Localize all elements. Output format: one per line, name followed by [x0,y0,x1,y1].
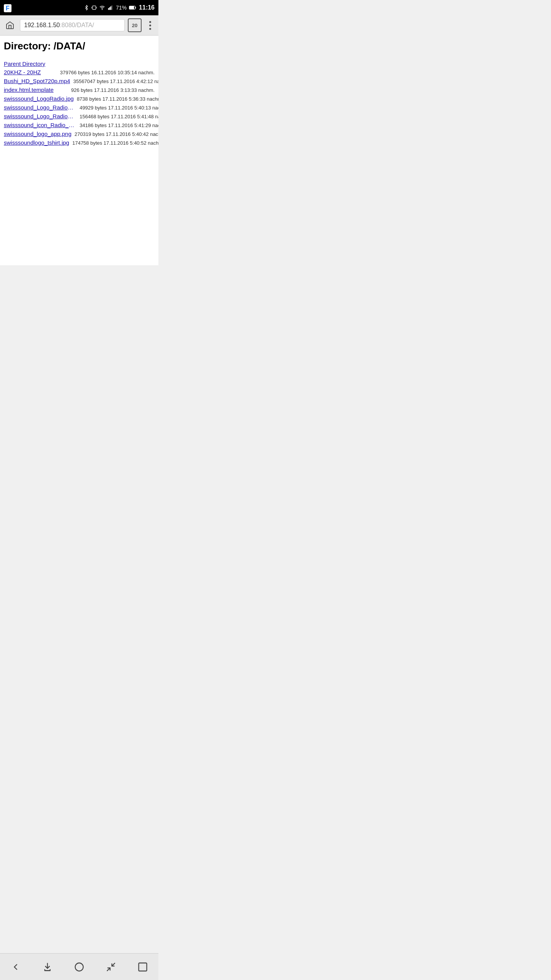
home-button[interactable] [3,18,17,32]
url-main: 192.168.1.50 [24,22,60,29]
menu-button[interactable] [145,18,155,32]
list-item: swisssound_Logo_Radio_app.png 156468 byt… [4,112,155,121]
list-item: swisssound_icon_Radio_app.png 34186 byte… [4,121,155,129]
wifi-icon [99,5,105,10]
address-bar[interactable]: 192.168.1.50:8080/DATA/ [20,19,125,31]
svg-rect-6 [110,7,111,10]
file-meta: 926 bytes 17.11.2016 3:13:33 nachm. [54,87,155,93]
file-list: Parent Directory [4,60,155,68]
vibrate-icon [91,5,97,10]
file-link[interactable]: swisssound_LogoRadio.jpg [4,95,74,102]
file-link[interactable]: swisssound_Logo_Radio_app.png [4,113,77,119]
list-item: Parent Directory [4,60,155,68]
browser-toolbar: 192.168.1.50:8080/DATA/ 20 [0,15,158,36]
parent-dir-link[interactable]: Parent Directory [4,60,45,67]
battery-percent: 71% [116,5,127,11]
menu-dot-1 [149,21,151,23]
file-meta: 379766 bytes 16.11.2016 10:35:14 nachm. [41,70,155,75]
page-content: Directory: /DATA/ Parent Directory 20KHZ… [0,36,158,265]
file-meta: 49929 bytes 17.11.2016 5:40:13 nachm. [77,105,158,111]
list-item: swisssound_logo_app.png 270319 bytes 17.… [4,129,155,138]
svg-point-3 [102,9,102,10]
file-meta: 35567047 bytes 17.11.2016 4:42:12 nachm. [70,78,158,84]
file-meta: 8738 bytes 17.11.2016 5:36:33 nachm. [74,96,158,102]
url-dim: :8080/DATA/ [60,22,94,29]
file-link[interactable]: Bushi_HD_Spot720p.mp4 [4,78,70,84]
svg-rect-4 [108,8,109,10]
file-meta: 156468 bytes 17.11.2016 5:41:48 nachm. [77,114,158,119]
list-item: swisssound_Logo_Radio_Gross.jpg 49929 by… [4,103,155,112]
list-item: Bushi_HD_Spot720p.mp4 35567047 bytes 17.… [4,77,155,85]
bluetooth-icon [84,5,89,10]
list-item: swisssoundlogo_tshirt.jpg 174758 bytes 1… [4,138,155,147]
list-item: 20KHZ - 20HZ 379766 bytes 16.11.2016 10:… [4,68,155,77]
file-rows-container: 20KHZ - 20HZ 379766 bytes 16.11.2016 10:… [4,68,155,147]
menu-dot-3 [149,28,151,30]
file-meta: 174758 bytes 17.11.2016 5:40:52 nachm. [69,140,158,146]
svg-rect-5 [109,7,110,10]
signal-icon [108,5,114,10]
battery-icon [129,5,137,10]
menu-dot-2 [149,24,151,26]
file-link[interactable]: swisssoundlogo_tshirt.jpg [4,139,69,146]
file-link[interactable]: swisssound_logo_app.png [4,131,72,137]
svg-rect-0 [93,6,96,9]
file-meta: 34186 bytes 17.11.2016 5:41:29 nachm. [77,122,158,128]
svg-rect-9 [130,6,134,9]
status-bar: F 71% [0,0,158,15]
file-link[interactable]: swisssound_icon_Radio_app.png [4,122,77,128]
status-icons: 71% 11:16 [84,4,155,11]
page-title: Directory: /DATA/ [4,40,155,52]
file-link[interactable]: swisssound_Logo_Radio_Gross.jpg [4,104,77,111]
file-meta: 270319 bytes 17.11.2016 5:40:42 nachm. [72,131,158,137]
list-item: swisssound_LogoRadio.jpg 8738 bytes 17.1… [4,94,155,103]
list-item: index.html.template 926 bytes 17.11.2016… [4,85,155,94]
file-link[interactable]: 20KHZ - 20HZ [4,69,41,75]
file-link[interactable]: index.html.template [4,87,54,93]
tab-count[interactable]: 20 [128,18,142,32]
time-display: 11:16 [139,4,155,11]
svg-rect-7 [111,5,112,10]
facebook-icon: F [4,3,11,12]
